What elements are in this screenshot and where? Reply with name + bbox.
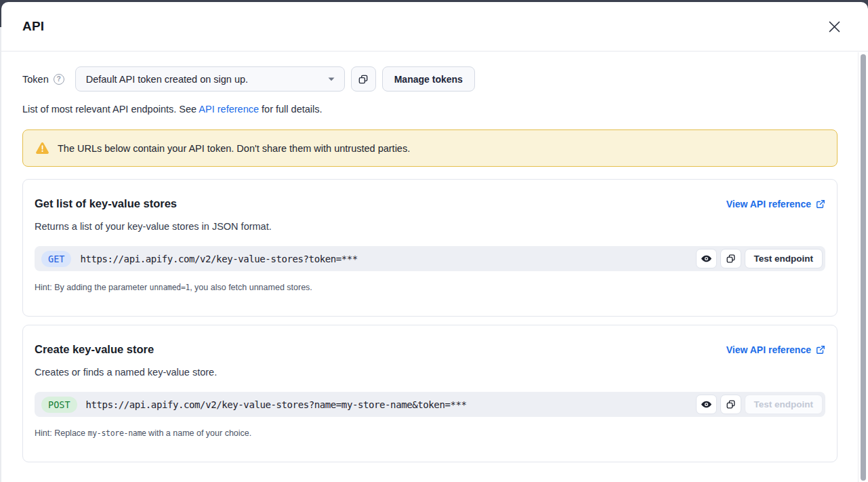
method-badge: POST	[41, 397, 77, 413]
copy-icon	[358, 74, 369, 85]
endpoint-hint: Hint: By adding the parameter unnamed=1,…	[35, 283, 825, 292]
endpoint-card-create-store: Create key-value store View API referenc…	[22, 325, 838, 462]
view-api-reference-label: View API reference	[726, 344, 811, 355]
endpoint-url: https://api.apify.com/v2/key-value-store…	[80, 254, 695, 264]
card-title: Create key-value store	[35, 343, 154, 356]
warning-text: The URLs below contain your API token. D…	[58, 143, 410, 154]
endpoint-actions: Test endpoint	[696, 395, 823, 414]
api-reference-link[interactable]: API reference	[199, 104, 259, 115]
card-title: Get list of key-value stores	[35, 197, 177, 210]
hint-text-after: , you also fetch unnamed stores.	[190, 283, 312, 292]
copy-icon	[726, 399, 736, 409]
card-description: Creates or finds a named key-value store…	[35, 367, 825, 378]
endpoint-actions: Test endpoint	[696, 249, 823, 268]
view-api-reference-link[interactable]: View API reference	[726, 199, 825, 209]
intro-text-before: List of most relevant API endpoints. See	[22, 104, 199, 115]
test-endpoint-button[interactable]: Test endpoint	[745, 395, 823, 414]
endpoint-card-get-list: Get list of key-value stores View API re…	[22, 179, 838, 317]
modal-header: API	[1, 2, 868, 52]
scrollbar-track[interactable]	[858, 52, 868, 482]
token-label: Token	[22, 74, 49, 85]
card-description: Returns a list of your key-value stores …	[35, 221, 825, 232]
modal-content: Token ? Default API token created on sig…	[1, 52, 868, 482]
endpoint-url: https://api.apify.com/v2/key-value-store…	[86, 399, 696, 410]
reveal-token-button[interactable]	[696, 249, 717, 268]
view-api-reference-label: View API reference	[726, 199, 811, 209]
page-title: API	[22, 19, 44, 34]
manage-tokens-button[interactable]: Manage tokens	[382, 66, 475, 92]
close-icon	[829, 21, 840, 33]
api-modal: API Token ? Default API token created on…	[1, 2, 868, 482]
warning-banner: The URLs below contain your API token. D…	[22, 129, 838, 167]
external-link-icon	[816, 345, 825, 355]
hint-code: unnamed=1	[150, 283, 190, 292]
card-head: Create key-value store View API referenc…	[35, 343, 825, 356]
reveal-token-button[interactable]	[696, 395, 717, 414]
copy-icon	[726, 254, 736, 264]
chevron-down-icon	[328, 77, 335, 81]
external-link-icon	[816, 199, 825, 209]
warning-triangle-icon	[35, 141, 49, 155]
token-dropdown[interactable]: Default API token created on sign up.	[75, 66, 345, 92]
copy-url-button[interactable]	[720, 249, 741, 268]
help-icon[interactable]: ?	[54, 74, 64, 85]
token-dropdown-value: Default API token created on sign up.	[86, 74, 248, 85]
test-endpoint-button[interactable]: Test endpoint	[745, 249, 823, 268]
view-api-reference-link[interactable]: View API reference	[726, 344, 825, 355]
hint-text-after: with a name of your choice.	[146, 428, 252, 438]
eye-icon	[701, 399, 712, 410]
endpoint-row: GET https://api.apify.com/v2/key-value-s…	[35, 246, 825, 271]
eye-icon	[701, 253, 712, 264]
method-badge: GET	[41, 251, 71, 267]
intro-text-after: for full details.	[259, 104, 323, 115]
intro-text: List of most relevant API endpoints. See…	[22, 104, 838, 115]
close-button[interactable]	[826, 18, 842, 35]
card-head: Get list of key-value stores View API re…	[35, 197, 825, 210]
endpoint-row: POST https://api.apify.com/v2/key-value-…	[35, 392, 825, 417]
copy-token-button[interactable]	[351, 66, 376, 92]
hint-text-before: Hint: Replace	[35, 428, 88, 438]
scrollbar-thumb[interactable]	[861, 54, 866, 481]
copy-url-button[interactable]	[720, 395, 741, 414]
hint-code: my-store-name	[88, 428, 146, 438]
hint-text-before: Hint: By adding the parameter	[35, 283, 150, 292]
token-row: Token ? Default API token created on sig…	[22, 66, 838, 92]
endpoint-hint: Hint: Replace my-store-name with a name …	[35, 428, 825, 438]
